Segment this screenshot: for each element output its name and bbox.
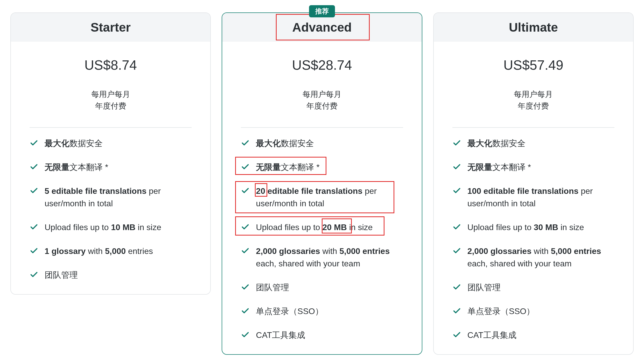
check-icon: [452, 162, 461, 171]
check-icon: [30, 246, 38, 255]
feature-item: CAT工具集成: [452, 329, 614, 341]
feature-item: 无限量文本翻译 *: [452, 161, 614, 173]
feature-text: 最大化数据安全: [256, 137, 314, 150]
price-block: US$8.74 每用户每月 年度付费: [11, 42, 210, 122]
plan-title: Advanced: [292, 20, 352, 34]
feature-item: Upload files up to 10 MB in size: [30, 221, 192, 233]
plan-title: Ultimate: [509, 20, 558, 34]
feature-item: 最大化数据安全: [452, 137, 614, 150]
feature-text: Upload files up to 10 MB in size: [45, 221, 161, 233]
feature-text: CAT工具集成: [256, 329, 305, 341]
feature-text: 100 editable file translations per user/…: [467, 185, 614, 210]
billing-term: 年度付费: [16, 100, 205, 112]
plan-price: US$28.74: [227, 57, 416, 73]
feature-text: 团队管理: [256, 281, 289, 294]
feature-item: 单点登录（SSO）: [452, 305, 614, 317]
feature-item: 2,000 glossaries with 5,000 entries each…: [241, 245, 403, 270]
divider: [30, 127, 192, 128]
feature-item: Upload files up to 20 MB in size: [241, 221, 403, 233]
check-icon: [452, 223, 461, 231]
check-icon: [30, 139, 38, 147]
feature-text: Upload files up to 30 MB in size: [467, 221, 584, 233]
feature-text: 团队管理: [467, 281, 501, 294]
billing-info: 每用户每月 年度付费: [227, 88, 416, 112]
divider: [241, 127, 403, 128]
feature-list: 最大化数据安全 无限量文本翻译 * 5 editable file transl…: [11, 137, 210, 294]
feature-item: 100 editable file translations per user/…: [452, 185, 614, 210]
billing-info: 每用户每月 年度付费: [439, 88, 628, 112]
check-icon: [452, 246, 461, 255]
check-icon: [241, 162, 250, 171]
plan-advanced: 推荐 Advanced US$28.74 每用户每月 年度付费 最大化数据安全 …: [222, 12, 422, 355]
check-icon: [241, 283, 250, 292]
feature-text: 无限量文本翻译 *: [256, 161, 319, 173]
billing-per-user: 每用户每月: [16, 88, 205, 100]
feature-item: 1 glossary with 5,000 entries: [30, 245, 192, 257]
feature-text: 单点登录（SSO）: [467, 305, 535, 317]
check-icon: [241, 186, 250, 195]
check-icon: [241, 307, 250, 315]
feature-item: 团队管理: [241, 281, 403, 294]
feature-item: 无限量文本翻译 *: [30, 161, 192, 173]
feature-item: 最大化数据安全: [30, 137, 192, 150]
check-icon: [241, 223, 250, 231]
feature-item: 团队管理: [30, 269, 192, 281]
feature-text: 无限量文本翻译 *: [45, 161, 108, 173]
feature-text: 2,000 glossaries with 5,000 entries each…: [467, 245, 614, 270]
plan-header: Starter: [11, 13, 210, 42]
divider: [452, 127, 614, 128]
billing-per-user: 每用户每月: [227, 88, 416, 100]
check-icon: [30, 270, 38, 279]
check-icon: [241, 139, 250, 147]
feature-text: 团队管理: [45, 269, 78, 281]
check-icon: [30, 223, 38, 231]
feature-list: 最大化数据安全 无限量文本翻译 * 20 editable file trans…: [222, 137, 422, 354]
feature-item: 最大化数据安全: [241, 137, 403, 150]
feature-text: 2,000 glossaries with 5,000 entries each…: [256, 245, 403, 270]
check-icon: [30, 186, 38, 195]
pricing-plans: Starter US$8.74 每用户每月 年度付费 最大化数据安全 无限量文本…: [10, 12, 634, 355]
check-icon: [241, 330, 250, 339]
feature-item: 无限量文本翻译 *: [241, 161, 403, 173]
recommended-badge: 推荐: [309, 5, 335, 17]
billing-info: 每用户每月 年度付费: [16, 88, 205, 112]
feature-text: 20 editable file translations per user/m…: [256, 185, 403, 210]
plan-starter: Starter US$8.74 每用户每月 年度付费 最大化数据安全 无限量文本…: [10, 12, 211, 295]
feature-item: 2,000 glossaries with 5,000 entries each…: [452, 245, 614, 270]
feature-text: 1 glossary with 5,000 entries: [45, 245, 153, 257]
feature-item: 20 editable file translations per user/m…: [241, 185, 403, 210]
check-icon: [452, 283, 461, 292]
plan-header: Ultimate: [434, 13, 633, 42]
billing-term: 年度付费: [439, 100, 628, 112]
feature-text: 5 editable file translations per user/mo…: [45, 185, 192, 210]
feature-item: 单点登录（SSO）: [241, 305, 403, 317]
check-icon: [452, 330, 461, 339]
check-icon: [452, 186, 461, 195]
check-icon: [452, 139, 461, 147]
feature-text: 最大化数据安全: [45, 137, 103, 150]
feature-text: 单点登录（SSO）: [256, 305, 323, 317]
plan-ultimate: Ultimate US$57.49 每用户每月 年度付费 最大化数据安全 无限量…: [433, 12, 634, 355]
feature-text: 无限量文本翻译 *: [467, 161, 531, 173]
feature-list: 最大化数据安全 无限量文本翻译 * 100 editable file tran…: [434, 137, 633, 354]
plan-price: US$57.49: [439, 57, 628, 73]
check-icon: [30, 162, 38, 171]
feature-item: 5 editable file translations per user/mo…: [30, 185, 192, 210]
feature-item: CAT工具集成: [241, 329, 403, 341]
price-block: US$28.74 每用户每月 年度付费: [222, 42, 422, 122]
feature-text: CAT工具集成: [467, 329, 517, 341]
price-block: US$57.49 每用户每月 年度付费: [434, 42, 633, 122]
billing-term: 年度付费: [227, 100, 416, 112]
plan-price: US$8.74: [16, 57, 205, 73]
feature-item: Upload files up to 30 MB in size: [452, 221, 614, 233]
feature-text: Upload files up to 20 MB in size: [256, 221, 373, 233]
check-icon: [452, 307, 461, 315]
check-icon: [241, 246, 250, 255]
billing-per-user: 每用户每月: [439, 88, 628, 100]
feature-text: 最大化数据安全: [467, 137, 526, 150]
feature-item: 团队管理: [452, 281, 614, 294]
plan-title: Starter: [90, 20, 131, 34]
